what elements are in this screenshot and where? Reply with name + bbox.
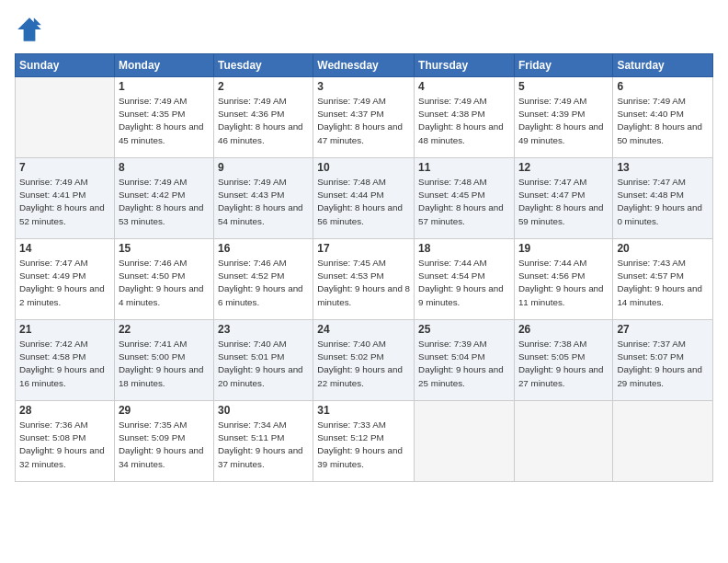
day-info: Sunrise: 7:41 AMSunset: 5:00 PMDaylight:…	[119, 338, 210, 390]
calendar-cell: 16Sunrise: 7:46 AMSunset: 4:52 PMDayligh…	[213, 239, 313, 320]
calendar-cell: 22Sunrise: 7:41 AMSunset: 5:00 PMDayligh…	[114, 320, 213, 401]
calendar-cell: 23Sunrise: 7:40 AMSunset: 5:01 PMDayligh…	[213, 320, 313, 401]
calendar-week-row: 14Sunrise: 7:47 AMSunset: 4:49 PMDayligh…	[16, 239, 713, 320]
day-number: 7	[19, 161, 110, 174]
day-number: 19	[518, 242, 609, 255]
calendar-header-monday: Monday	[114, 54, 213, 77]
day-number: 1	[119, 80, 210, 93]
svg-marker-1	[34, 17, 41, 25]
day-number: 9	[218, 161, 309, 174]
day-info: Sunrise: 7:35 AMSunset: 5:09 PMDaylight:…	[119, 419, 210, 471]
calendar-week-row: 28Sunrise: 7:36 AMSunset: 5:08 PMDayligh…	[16, 401, 713, 482]
day-number: 22	[119, 323, 210, 336]
calendar-cell: 21Sunrise: 7:42 AMSunset: 4:58 PMDayligh…	[16, 320, 115, 401]
day-number: 18	[418, 242, 510, 255]
calendar-cell: 26Sunrise: 7:38 AMSunset: 5:05 PMDayligh…	[514, 320, 612, 401]
calendar-header-friday: Friday	[514, 54, 612, 77]
day-number: 8	[119, 161, 210, 174]
calendar-cell: 19Sunrise: 7:44 AMSunset: 4:56 PMDayligh…	[514, 239, 612, 320]
day-info: Sunrise: 7:46 AMSunset: 4:52 PMDaylight:…	[218, 257, 309, 309]
calendar-cell: 3Sunrise: 7:49 AMSunset: 4:37 PMDaylight…	[313, 77, 415, 158]
day-info: Sunrise: 7:38 AMSunset: 5:05 PMDaylight:…	[518, 338, 609, 390]
day-info: Sunrise: 7:44 AMSunset: 4:56 PMDaylight:…	[518, 257, 609, 309]
calendar-header-tuesday: Tuesday	[213, 54, 313, 77]
day-number: 11	[418, 161, 510, 174]
day-info: Sunrise: 7:43 AMSunset: 4:57 PMDaylight:…	[617, 257, 709, 309]
calendar-cell: 6Sunrise: 7:49 AMSunset: 4:40 PMDaylight…	[613, 77, 713, 158]
calendar-cell	[415, 401, 515, 482]
calendar-cell: 9Sunrise: 7:49 AMSunset: 4:43 PMDaylight…	[213, 158, 313, 239]
calendar-cell: 24Sunrise: 7:40 AMSunset: 5:02 PMDayligh…	[313, 320, 415, 401]
calendar-cell: 27Sunrise: 7:37 AMSunset: 5:07 PMDayligh…	[613, 320, 713, 401]
day-number: 21	[19, 323, 110, 336]
day-number: 30	[218, 404, 309, 417]
day-info: Sunrise: 7:45 AMSunset: 4:53 PMDaylight:…	[317, 257, 410, 309]
day-info: Sunrise: 7:49 AMSunset: 4:37 PMDaylight:…	[317, 95, 410, 147]
calendar-cell: 8Sunrise: 7:49 AMSunset: 4:42 PMDaylight…	[114, 158, 213, 239]
calendar-cell: 5Sunrise: 7:49 AMSunset: 4:39 PMDaylight…	[514, 77, 612, 158]
calendar-cell: 29Sunrise: 7:35 AMSunset: 5:09 PMDayligh…	[114, 401, 213, 482]
day-info: Sunrise: 7:49 AMSunset: 4:41 PMDaylight:…	[19, 176, 110, 228]
day-number: 27	[617, 323, 709, 336]
day-info: Sunrise: 7:40 AMSunset: 5:01 PMDaylight:…	[218, 338, 309, 390]
day-info: Sunrise: 7:49 AMSunset: 4:43 PMDaylight:…	[218, 176, 309, 228]
calendar-cell: 25Sunrise: 7:39 AMSunset: 5:04 PMDayligh…	[415, 320, 515, 401]
day-number: 31	[317, 404, 410, 417]
calendar-cell: 1Sunrise: 7:49 AMSunset: 4:35 PMDaylight…	[114, 77, 213, 158]
calendar-cell: 12Sunrise: 7:47 AMSunset: 4:47 PMDayligh…	[514, 158, 612, 239]
day-info: Sunrise: 7:39 AMSunset: 5:04 PMDaylight:…	[418, 338, 510, 390]
day-info: Sunrise: 7:48 AMSunset: 4:44 PMDaylight:…	[317, 176, 410, 228]
day-number: 15	[119, 242, 210, 255]
page-header	[15, 15, 713, 44]
day-info: Sunrise: 7:34 AMSunset: 5:11 PMDaylight:…	[218, 419, 309, 471]
calendar-cell: 28Sunrise: 7:36 AMSunset: 5:08 PMDayligh…	[16, 401, 115, 482]
calendar-header-saturday: Saturday	[613, 54, 713, 77]
calendar-week-row: 7Sunrise: 7:49 AMSunset: 4:41 PMDaylight…	[16, 158, 713, 239]
day-number: 13	[617, 161, 709, 174]
calendar-cell: 11Sunrise: 7:48 AMSunset: 4:45 PMDayligh…	[415, 158, 515, 239]
day-info: Sunrise: 7:36 AMSunset: 5:08 PMDaylight:…	[19, 419, 110, 471]
calendar-week-row: 21Sunrise: 7:42 AMSunset: 4:58 PMDayligh…	[16, 320, 713, 401]
day-info: Sunrise: 7:47 AMSunset: 4:49 PMDaylight:…	[19, 257, 110, 309]
calendar-cell	[16, 77, 115, 158]
day-number: 6	[617, 80, 709, 93]
day-info: Sunrise: 7:49 AMSunset: 4:35 PMDaylight:…	[119, 95, 210, 147]
calendar-cell	[613, 401, 713, 482]
day-info: Sunrise: 7:44 AMSunset: 4:54 PMDaylight:…	[418, 257, 510, 309]
calendar-cell: 4Sunrise: 7:49 AMSunset: 4:38 PMDaylight…	[415, 77, 515, 158]
day-info: Sunrise: 7:42 AMSunset: 4:58 PMDaylight:…	[19, 338, 110, 390]
calendar-header-sunday: Sunday	[16, 54, 115, 77]
calendar-cell	[514, 401, 612, 482]
day-info: Sunrise: 7:33 AMSunset: 5:12 PMDaylight:…	[317, 419, 410, 471]
day-number: 12	[518, 161, 609, 174]
logo	[15, 15, 48, 44]
calendar-header-thursday: Thursday	[415, 54, 515, 77]
day-info: Sunrise: 7:49 AMSunset: 4:39 PMDaylight:…	[518, 95, 609, 147]
day-number: 24	[317, 323, 410, 336]
calendar-cell: 17Sunrise: 7:45 AMSunset: 4:53 PMDayligh…	[313, 239, 415, 320]
calendar-cell: 15Sunrise: 7:46 AMSunset: 4:50 PMDayligh…	[114, 239, 213, 320]
day-number: 29	[119, 404, 210, 417]
day-number: 10	[317, 161, 410, 174]
day-info: Sunrise: 7:48 AMSunset: 4:45 PMDaylight:…	[418, 176, 510, 228]
svg-marker-0	[17, 17, 41, 41]
day-number: 25	[418, 323, 510, 336]
calendar-table: SundayMondayTuesdayWednesdayThursdayFrid…	[15, 53, 713, 482]
calendar-week-row: 1Sunrise: 7:49 AMSunset: 4:35 PMDaylight…	[16, 77, 713, 158]
day-info: Sunrise: 7:49 AMSunset: 4:38 PMDaylight:…	[418, 95, 510, 147]
day-info: Sunrise: 7:49 AMSunset: 4:40 PMDaylight:…	[617, 95, 709, 147]
calendar-cell: 18Sunrise: 7:44 AMSunset: 4:54 PMDayligh…	[415, 239, 515, 320]
calendar-cell: 2Sunrise: 7:49 AMSunset: 4:36 PMDaylight…	[213, 77, 313, 158]
calendar-cell: 7Sunrise: 7:49 AMSunset: 4:41 PMDaylight…	[16, 158, 115, 239]
calendar-cell: 30Sunrise: 7:34 AMSunset: 5:11 PMDayligh…	[213, 401, 313, 482]
day-number: 23	[218, 323, 309, 336]
day-number: 3	[317, 80, 410, 93]
calendar-header-wednesday: Wednesday	[313, 54, 415, 77]
day-info: Sunrise: 7:46 AMSunset: 4:50 PMDaylight:…	[119, 257, 210, 309]
day-info: Sunrise: 7:40 AMSunset: 5:02 PMDaylight:…	[317, 338, 410, 390]
day-info: Sunrise: 7:37 AMSunset: 5:07 PMDaylight:…	[617, 338, 709, 390]
calendar-header-row: SundayMondayTuesdayWednesdayThursdayFrid…	[16, 54, 713, 77]
day-number: 14	[19, 242, 110, 255]
calendar-cell: 13Sunrise: 7:47 AMSunset: 4:48 PMDayligh…	[613, 158, 713, 239]
calendar-cell: 20Sunrise: 7:43 AMSunset: 4:57 PMDayligh…	[613, 239, 713, 320]
